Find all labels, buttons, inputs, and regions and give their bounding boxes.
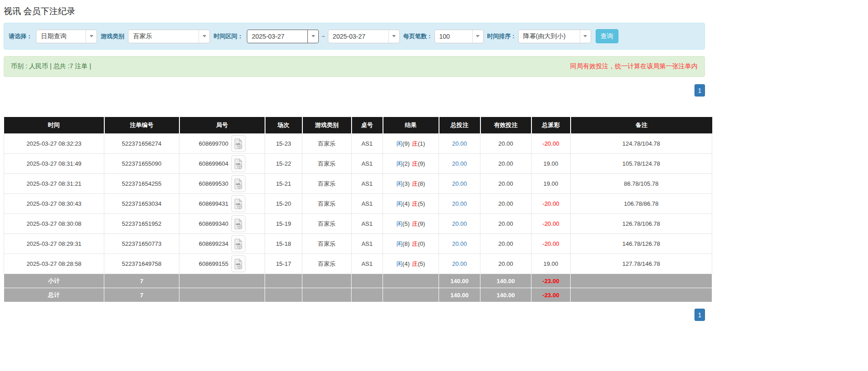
banker-label: 庄 [412,240,418,247]
total-bet-link[interactable]: 20.00 [452,200,467,207]
col-time: 时间 [4,117,104,134]
table-row: 2025-03-27 08:31:21 522371654255 6086995… [4,174,712,194]
bet-time: 2025-03-27 08:29:31 [4,234,104,254]
game-type: 百家乐 [302,134,352,154]
round-id: 608699340 [199,220,228,227]
valid-bet: 20.00 [480,234,531,254]
player-label: 闲 [397,220,403,227]
bet-time: 2025-03-27 08:28:58 [4,254,104,274]
banker-score: (1) [418,140,425,147]
banker-label: 庄 [412,260,418,267]
remark: 146.78/126.78 [571,234,712,254]
page-1-button[interactable]: 1 [694,309,705,321]
time-sort-select[interactable]: 降幂(由大到小) [518,30,591,43]
game-type: 百家乐 [302,194,352,214]
total-bet-link[interactable]: 20.00 [452,180,467,187]
player-label: 闲 [397,160,403,167]
page-1-button[interactable]: 1 [694,84,705,97]
bet-time: 2025-03-27 08:32:23 [4,134,104,154]
round-id: 608699604 [199,160,228,167]
player-label: 闲 [397,240,403,247]
total-bet-link[interactable]: 20.00 [452,140,467,147]
total-row: 总计 7 140.00 140.00 -23.00 [4,288,712,302]
session-no: 15-22 [265,154,302,174]
player-label: 闲 [397,260,403,267]
valid-bet: 20.00 [480,154,531,174]
video-record-button[interactable] [231,215,245,232]
player-score: (4) [403,200,410,207]
game-result: 闲(5)庄(9) [383,214,439,234]
per-page-label: 每页笔数 : [403,32,432,41]
total-bet-link[interactable]: 20.00 [452,220,467,227]
banker-score: (5) [418,200,425,207]
filter-bar: 请选择： 日期查询 游戏类别 百家乐 时间区间： 2025-03-27 ~ 20… [4,23,705,50]
remark: 105.78/124.78 [571,154,712,174]
time-sort-label: 时间排序 : [486,32,516,41]
round-id: 608699234 [199,240,228,247]
session-no: 15-19 [265,214,302,234]
col-game-type: 游戏类别 [302,117,352,134]
date-type-select[interactable]: 日期查询 [36,30,97,43]
date-from-select[interactable]: 2025-03-27 [247,30,319,43]
col-remark: 备注 [571,117,712,134]
player-score: (4) [403,260,410,267]
table-no: AS1 [352,214,383,234]
game-type-select[interactable]: 百家乐 [128,30,210,43]
bet-id: 522371651952 [104,214,179,234]
banker-label: 庄 [412,220,418,227]
valid-bet-notice: 同局有效投注，统一计算在该局第一张注单内 [570,62,698,71]
search-button[interactable]: 查询 [596,29,618,43]
col-bet-id: 注单编号 [104,117,179,134]
game-result: 闲(9)庄(1) [383,134,439,154]
round-id: 608699431 [199,200,228,207]
bet-time: 2025-03-27 08:31:21 [4,174,104,194]
game-type: 百家乐 [302,174,352,194]
video-file-icon [234,158,243,169]
round-id: 608699530 [199,180,228,187]
video-record-button[interactable] [231,135,245,152]
banker-label: 庄 [412,180,418,187]
per-page-select[interactable]: 100 [434,30,484,43]
game-type: 百家乐 [302,254,352,274]
subtotal-total-bet: 140.00 [439,274,480,288]
valid-bet: 20.00 [480,214,531,234]
video-file-icon [234,259,243,269]
banker-score: (8) [418,180,425,187]
col-result: 结果 [383,117,439,134]
game-result: 闲(8)庄(0) [383,234,439,254]
total-bet-link[interactable]: 20.00 [452,260,467,267]
player-score: (8) [403,240,410,247]
date-range-tilde: ~ [322,33,325,40]
payout: -20.00 [531,214,571,234]
table-row: 2025-03-27 08:29:31 522371650773 6086992… [4,234,712,254]
game-type-select-value: 百家乐 [128,30,199,43]
table-header-row: 时间 注单编号 局号 场次 游戏类别 桌号 结果 总投注 有效投注 总派彩 备注 [4,117,712,134]
date-to-select[interactable]: 2025-03-27 [328,30,400,43]
game-type-label: 游戏类别 [100,32,125,41]
video-file-icon [234,138,243,149]
table-row: 2025-03-27 08:28:58 522371649758 6086991… [4,254,712,274]
video-record-button[interactable] [231,175,245,192]
remark: 106.78/86.78 [571,194,712,214]
banker-score: (9) [418,160,425,167]
payout: 19.00 [531,254,571,274]
page-title: 视讯 会员下注纪录 [4,5,705,17]
session-no: 15-20 [265,194,302,214]
player-score: (9) [403,140,410,147]
video-record-button[interactable] [231,155,245,172]
total-bet-link[interactable]: 20.00 [452,240,467,247]
video-file-icon [234,178,243,189]
video-record-button[interactable] [231,255,245,272]
player-label: 闲 [397,200,403,207]
video-record-button[interactable] [231,235,245,252]
table-no: AS1 [352,134,383,154]
session-no: 15-23 [265,134,302,154]
chevron-down-icon [388,30,399,43]
col-payout: 总派彩 [531,117,571,134]
total-bet-link[interactable]: 20.00 [452,160,467,167]
video-record-button[interactable] [231,195,245,212]
bet-records-table: 时间 注单编号 局号 场次 游戏类别 桌号 结果 总投注 有效投注 总派彩 备注… [4,117,712,302]
table-no: AS1 [352,154,383,174]
table-row: 2025-03-27 08:30:08 522371651952 6086993… [4,214,712,234]
banker-score: (9) [418,220,425,227]
